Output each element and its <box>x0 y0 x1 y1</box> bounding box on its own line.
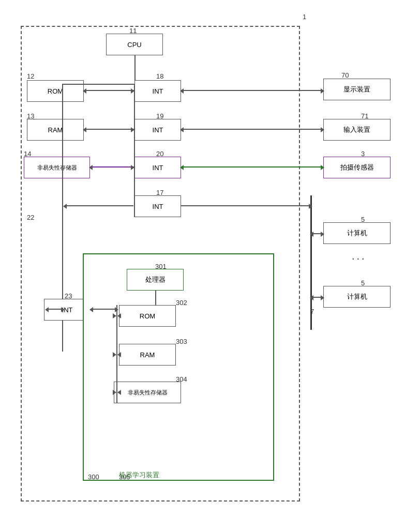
int17-label: INT <box>153 203 163 210</box>
network-vline <box>310 195 312 330</box>
arrow-to-ml-right <box>115 307 118 312</box>
left-vbus <box>62 84 63 222</box>
ref-rom-inner-label: 302 <box>176 299 187 307</box>
computer2-box: 计算机 <box>323 286 391 308</box>
ram-inner-label: RAM <box>140 351 155 359</box>
line-int17-left <box>66 205 133 206</box>
line-to-int23 <box>48 309 63 310</box>
int19-box: INT <box>134 119 181 141</box>
nvmem-inner-box: 非易失性存储器 <box>114 382 181 403</box>
int20-label: INT <box>153 164 163 172</box>
arrow-display-left <box>180 88 184 94</box>
arrow-ram-inner-right <box>113 352 116 357</box>
nvmem-box: 非易失性存储器 <box>24 157 90 178</box>
left-vbus-lower <box>62 222 63 352</box>
cpu-box: CPU <box>106 34 163 55</box>
arrow-to-int23-left <box>89 307 93 312</box>
int18-label: INT <box>153 87 163 95</box>
arrow-ram-inner-left <box>117 352 121 357</box>
line-int23-to-ml <box>91 309 117 310</box>
int18-box: INT <box>134 80 181 102</box>
arrow-comp1-left <box>310 232 313 237</box>
int17-box: INT <box>134 195 181 217</box>
input-dev-label: 输入装置 <box>343 125 370 134</box>
camera-label: 拍摄传感器 <box>340 163 374 172</box>
rom-label: ROM <box>48 87 63 95</box>
diagram-container: 1 11 CPU 12 ROM 13 RAM 14 非易失性存储器 18 INT… <box>16 10 409 507</box>
nvmem-label: 非易失性存储器 <box>37 164 77 172</box>
line-rom-int <box>86 90 134 91</box>
display-box: 显示装置 <box>323 79 391 100</box>
ram-label: RAM <box>48 126 63 134</box>
arrow-nvmem-left <box>89 165 93 170</box>
cpu-vline <box>134 55 136 84</box>
arrow-rom-inner-right-conn <box>113 313 116 318</box>
proc-label: 处理器 <box>145 275 166 284</box>
ref-22-label: 22 <box>27 214 34 221</box>
line-ram-int <box>86 129 134 130</box>
arrow-ram-right <box>131 127 134 132</box>
line-int17-net <box>181 205 310 206</box>
ref-300-label: 300 <box>88 473 99 481</box>
ref-ram-inner-label: 303 <box>176 338 187 345</box>
arrow-nvmem-right <box>131 165 134 170</box>
arrow-rom-left <box>83 88 86 94</box>
arrow-comp1-right <box>321 232 324 237</box>
computer1-label: 计算机 <box>347 229 367 238</box>
arrow-int23-right <box>61 307 65 312</box>
arrow-nvmem-inner-right <box>113 390 116 395</box>
arrow-comp2-left <box>310 295 313 300</box>
int20-box: INT <box>134 157 181 178</box>
computer1-box: 计算机 <box>323 222 391 244</box>
ref-display-label: 70 <box>341 71 349 79</box>
ref-1: 1 <box>303 13 306 21</box>
rom-inner-label: ROM <box>140 312 155 320</box>
input-dev-box: 输入装置 <box>323 119 391 141</box>
dots-label: ··· <box>352 252 367 264</box>
line-nvmem-int <box>92 166 134 168</box>
bus-vline <box>134 84 135 217</box>
ml-device-title: 机器学习装置 <box>119 470 159 480</box>
arrow-camera-left <box>180 165 184 170</box>
int19-label: INT <box>153 126 163 134</box>
rom-inner-box: ROM <box>119 305 176 327</box>
nvmem-inner-label: 非易失性存储器 <box>128 389 168 397</box>
computer2-label: 计算机 <box>347 292 367 301</box>
line-int19-input <box>181 129 323 130</box>
arrow-input-right <box>321 127 324 132</box>
arrow-display-right <box>321 88 324 94</box>
display-label: 显示装置 <box>343 85 370 94</box>
arrow-nvmem-inner-left <box>117 390 121 395</box>
arrow-int17-left <box>63 204 67 209</box>
hline-top-bus <box>62 84 134 85</box>
ram-inner-box: RAM <box>119 344 176 366</box>
camera-box: 拍摄传感器 <box>323 157 391 178</box>
arrow-int23-left <box>45 307 49 312</box>
arrow-rom-right <box>131 88 134 94</box>
line-int20-camera <box>181 166 323 168</box>
arrow-ram-left <box>83 127 86 132</box>
proc-box: 处理器 <box>127 269 184 291</box>
arrow-camera-right <box>321 165 324 170</box>
line-int18-display <box>181 90 323 91</box>
ref-int18-label: 18 <box>156 72 163 80</box>
ref-rom-label: 12 <box>27 72 34 80</box>
arrow-comp2-right <box>321 295 324 300</box>
arrow-input-left <box>180 127 184 132</box>
ram-box: RAM <box>27 119 84 141</box>
arrow-net-right <box>309 204 312 209</box>
cpu-label: CPU <box>127 41 141 49</box>
arrow-rom-inner-left <box>117 313 121 318</box>
